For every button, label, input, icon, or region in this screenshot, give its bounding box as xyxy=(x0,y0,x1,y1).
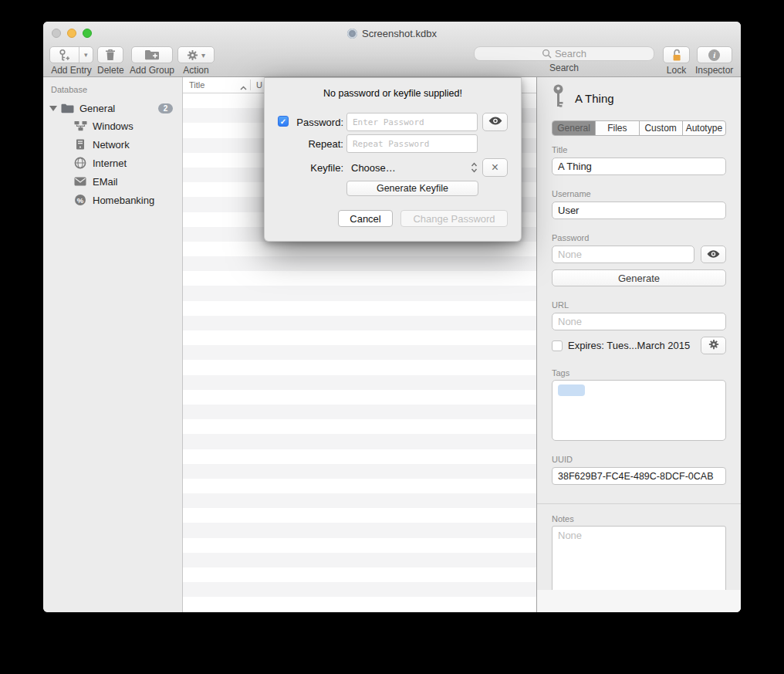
clear-keyfile-button[interactable]: × xyxy=(482,158,508,177)
show-password-button[interactable] xyxy=(701,246,726,263)
search-icon xyxy=(542,49,552,59)
entry-count-badge: 2 xyxy=(158,103,173,113)
stepper-icon xyxy=(471,161,478,174)
table-row[interactable] xyxy=(183,405,536,419)
table-row[interactable] xyxy=(183,375,536,390)
tab-files[interactable]: Files xyxy=(595,121,638,135)
generate-keyfile-button[interactable]: Generate Keyfile xyxy=(346,181,478,196)
table-row[interactable] xyxy=(183,256,536,271)
disclosure-triangle-icon[interactable] xyxy=(49,106,57,111)
table-row[interactable] xyxy=(183,479,536,493)
expires-checkbox[interactable]: ✓ xyxy=(552,340,563,351)
document-icon xyxy=(347,29,357,39)
inspector-button[interactable]: i xyxy=(697,46,732,63)
chevron-down-icon: ▾ xyxy=(84,51,88,59)
sidebar-group-general[interactable]: General 2 xyxy=(43,100,182,117)
inspector-tabs: GeneralFilesCustomAutotype xyxy=(552,120,726,136)
lock-button[interactable] xyxy=(663,46,690,63)
table-row[interactable] xyxy=(183,345,536,360)
table-row[interactable] xyxy=(183,464,536,479)
delete-button[interactable] xyxy=(97,46,123,63)
info-icon: i xyxy=(708,49,720,61)
table-row[interactable] xyxy=(183,242,536,256)
table-row[interactable] xyxy=(183,286,536,300)
keyfile-popup-button[interactable]: Choose… xyxy=(351,158,478,177)
keyfile-popup-value: Choose… xyxy=(351,162,396,174)
gear-icon xyxy=(708,339,719,352)
folder-plus-icon xyxy=(144,49,160,60)
change-password-button[interactable]: Change Password xyxy=(400,210,508,227)
lock-label: Lock xyxy=(667,65,686,76)
tab-custom[interactable]: Custom xyxy=(639,121,682,135)
password-field[interactable] xyxy=(552,246,694,263)
table-row[interactable] xyxy=(183,419,536,434)
tags-field[interactable] xyxy=(552,380,726,441)
column-separator[interactable] xyxy=(250,80,251,90)
add-entry-dropdown[interactable]: ▾ xyxy=(79,47,93,63)
sidebar-section-header: Database xyxy=(43,85,182,94)
uuid-field[interactable] xyxy=(552,467,726,485)
sidebar-item-label: Windows xyxy=(93,120,133,132)
dialog-password-checkbox[interactable]: ✓ xyxy=(278,116,289,127)
cancel-button[interactable]: Cancel xyxy=(338,210,393,227)
table-row[interactable] xyxy=(183,434,536,449)
sidebar-item-windows[interactable]: Windows xyxy=(43,117,182,135)
table-row[interactable] xyxy=(183,553,536,567)
sidebar-item-network[interactable]: Network xyxy=(43,135,182,154)
envelope-icon xyxy=(73,177,87,186)
generate-password-button[interactable]: Generate xyxy=(552,269,726,286)
tab-general[interactable]: General xyxy=(553,121,595,135)
sidebar-item-internet[interactable]: Internet xyxy=(43,154,182,172)
table-row[interactable] xyxy=(183,271,536,286)
workgroup-icon xyxy=(73,120,87,131)
notes-field[interactable] xyxy=(552,526,726,596)
percent-icon: % xyxy=(73,194,87,206)
table-row[interactable] xyxy=(183,567,536,582)
sidebar-item-homebanking[interactable]: %Homebanking xyxy=(43,191,182,209)
table-row[interactable] xyxy=(183,360,536,374)
table-row[interactable] xyxy=(183,390,536,405)
table-row[interactable] xyxy=(183,301,536,316)
sidebar-item-label: Homebanking xyxy=(93,195,154,206)
inspector-footer xyxy=(537,590,741,612)
entry-title: A Thing xyxy=(575,92,614,105)
table-row[interactable] xyxy=(183,582,536,597)
table-row[interactable] xyxy=(183,330,536,345)
window-title: Screenshot.kdbx xyxy=(362,28,437,39)
sidebar-item-email[interactable]: EMail xyxy=(43,172,182,191)
dialog-password-field[interactable] xyxy=(346,113,478,131)
password-label: Password xyxy=(552,233,726,242)
sidebar-group-label: General xyxy=(79,103,115,114)
add-group-button[interactable] xyxy=(131,46,173,63)
action-label: Action xyxy=(183,65,208,76)
table-row[interactable] xyxy=(183,508,536,523)
tag-token[interactable] xyxy=(558,384,585,396)
action-button[interactable]: ▾ xyxy=(177,46,215,63)
add-entry-button[interactable]: ▾ xyxy=(49,46,93,63)
add-group-label: Add Group xyxy=(130,65,174,76)
table-row[interactable] xyxy=(183,597,536,611)
server-icon xyxy=(73,139,87,150)
folder-icon xyxy=(61,103,74,113)
dialog-repeat-field[interactable] xyxy=(346,134,478,153)
column-header-title[interactable]: Title xyxy=(189,80,204,90)
table-row[interactable] xyxy=(183,538,536,553)
column-header-username[interactable]: U xyxy=(256,80,262,90)
expires-settings-button[interactable] xyxy=(701,337,726,354)
tab-autotype[interactable]: Autotype xyxy=(682,121,725,135)
gear-icon xyxy=(187,49,198,61)
dialog-show-password-button[interactable] xyxy=(482,113,508,131)
tags-label: Tags xyxy=(552,368,726,378)
sidebar-item-label: Internet xyxy=(93,157,127,169)
table-row[interactable] xyxy=(183,493,536,508)
sidebar-items: WindowsNetworkInternetEMail%Homebanking xyxy=(43,117,182,209)
title-field[interactable] xyxy=(552,157,726,175)
table-row[interactable] xyxy=(183,523,536,537)
username-field[interactable] xyxy=(552,202,726,219)
search-input[interactable]: Search xyxy=(474,46,654,61)
url-field[interactable] xyxy=(552,313,726,330)
toolbar: ▾ Add Entry Delete Add Group xyxy=(43,45,741,77)
eye-icon xyxy=(706,248,721,262)
table-row[interactable] xyxy=(183,316,536,330)
table-row[interactable] xyxy=(183,449,536,464)
